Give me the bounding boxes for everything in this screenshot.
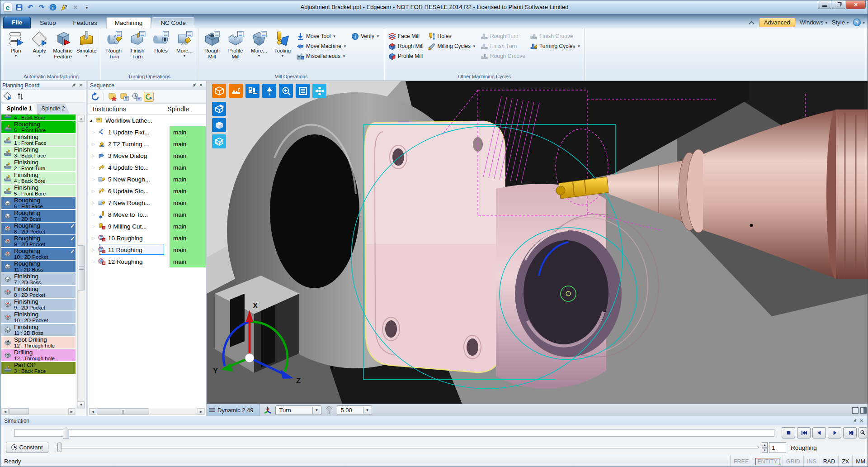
ribbon-button-move-machine[interactable]: Move Machine▼ bbox=[294, 41, 349, 51]
planning-item-roughing-10-2d-pocket[interactable]: Roughing 10 : 2D Pocket ✓ bbox=[1, 248, 75, 260]
ribbon-button-profile-mill[interactable]: Profile Mill bbox=[386, 51, 426, 61]
expand-arrow-icon[interactable]: ▷ bbox=[92, 236, 97, 240]
planning-item-roughing-6-flat-face[interactable]: Roughing 6 : Flat Face bbox=[1, 197, 75, 209]
expand-arrow-icon[interactable]: ▷ bbox=[92, 189, 97, 193]
regenerate-icon[interactable] bbox=[144, 92, 154, 102]
expand-arrow-icon[interactable]: ▷ bbox=[92, 212, 97, 217]
help-menu[interactable]: ?▾ bbox=[853, 19, 865, 26]
skip-start-button[interactable] bbox=[797, 427, 811, 438]
ribbon-button-move-tool[interactable]: Move Tool▼ bbox=[294, 31, 349, 41]
sync-icon[interactable] bbox=[90, 92, 100, 102]
zoom-extents-button[interactable] bbox=[279, 84, 293, 98]
sequence-row-1-update-fixt[interactable]: ▷ 1 Update Fixt... main bbox=[88, 126, 206, 138]
ribbon-button-apply[interactable]: Apply▼ bbox=[28, 29, 51, 58]
planning-item-roughing-9-2d-pocket[interactable]: Roughing 9 : 2D Pocket ✓ bbox=[1, 235, 75, 247]
ribbon-button-face-mill[interactable]: Face Mill bbox=[386, 31, 426, 41]
expand-arrow-icon[interactable]: ▷ bbox=[92, 130, 97, 134]
planning-item-finishing-8-2d-pocket[interactable]: Finishing 8 : 2D Pocket bbox=[1, 286, 75, 298]
planning-item-finishing-5-front-bore[interactable]: Finishing 5 : Front Bore bbox=[1, 185, 75, 196]
simulation-options-button[interactable] bbox=[859, 427, 867, 438]
viewport-single-icon[interactable] bbox=[852, 407, 859, 414]
simulation-progress-slider[interactable] bbox=[14, 429, 774, 437]
step-back-button[interactable] bbox=[812, 427, 826, 438]
feature-list-button[interactable] bbox=[296, 84, 310, 98]
tab-machining[interactable]: Machining bbox=[106, 17, 151, 29]
ribbon-button-holes[interactable]: Holes bbox=[149, 29, 173, 54]
minimize-button[interactable] bbox=[818, 0, 831, 9]
status-flag-rad[interactable]: RAD bbox=[820, 455, 838, 467]
ribbon-button-finish-turn[interactable]: Finish Turn bbox=[126, 29, 149, 59]
tab-file[interactable]: File bbox=[3, 17, 31, 29]
window-layout-button[interactable] bbox=[312, 84, 326, 98]
planning-item-finishing-3-back-face[interactable]: Finishing 3 : Back Face bbox=[1, 147, 75, 158]
ribbon-button-plan[interactable]: Plan▼ bbox=[4, 29, 28, 58]
ribbon-button-more[interactable]: More...▼ bbox=[173, 29, 196, 58]
status-flag-entity[interactable]: ENTITY bbox=[752, 455, 782, 467]
tab-spindle-1[interactable]: Spindle 1 bbox=[2, 104, 37, 114]
planning-item-roughing-4-back-bore[interactable]: Roughing 4 : Back Bore bbox=[1, 114, 75, 120]
ribbon-button-rough-turn[interactable]: Rough Turn bbox=[102, 29, 126, 59]
expand-arrow-icon[interactable]: ▷ bbox=[92, 142, 97, 146]
planning-item-roughing-5-front-bore[interactable]: Roughing 5 : Front Bore bbox=[1, 121, 75, 133]
axis-triad-icon[interactable] bbox=[263, 405, 273, 415]
planning-item-roughing-8-2d-pocket[interactable]: Roughing 8 : 2D Pocket ✓ bbox=[1, 223, 75, 234]
time-list-icon[interactable] bbox=[132, 92, 142, 102]
close-button[interactable]: ✕ bbox=[846, 0, 866, 9]
viewport-split-icon[interactable] bbox=[860, 407, 867, 414]
stock-solid-button[interactable] bbox=[212, 118, 226, 132]
restore-button[interactable] bbox=[832, 0, 845, 9]
collapse-ribbon-icon[interactable] bbox=[748, 19, 755, 26]
sequence-horizontal-scrollbar[interactable]: ◀ ▶ bbox=[89, 408, 205, 415]
reorder-icon[interactable] bbox=[16, 92, 25, 101]
planning-item-roughing-7-2d-boss[interactable]: Roughing 7 : 2D Boss bbox=[1, 210, 75, 222]
ribbon-button-machine-feature[interactable]: Machine Feature bbox=[51, 29, 75, 59]
sequence-row-7-new-rough[interactable]: ▷ 7 New Rough... main bbox=[88, 197, 206, 209]
sequence-row-2-t2-turning[interactable]: ▷ 2 T2 Turning ... main bbox=[88, 138, 206, 150]
close-icon[interactable]: ✕ bbox=[77, 82, 84, 89]
sequence-row-workflow-lathe[interactable]: ◢ NC Workflow Lathe... bbox=[88, 114, 206, 126]
ribbon-button-more[interactable]: More...▼ bbox=[247, 29, 271, 58]
status-flag-zx[interactable]: ZX bbox=[838, 455, 852, 467]
stock-translucent-button[interactable] bbox=[212, 134, 226, 148]
status-flag-ins[interactable]: INS bbox=[803, 455, 820, 467]
planning-item-finishing-2-front-turn[interactable]: Finishing 2 : Front Turn bbox=[1, 159, 75, 171]
view-mode-select[interactable]: Turn▼ bbox=[275, 405, 321, 415]
close-icon[interactable]: ✕ bbox=[198, 82, 204, 89]
step-up-button[interactable]: ▲ bbox=[762, 442, 768, 448]
apply-diamond-icon[interactable] bbox=[3, 92, 12, 101]
planning-item-drilling-12-through-hole[interactable]: Drilling 12 : Through hole bbox=[1, 349, 75, 361]
pin-icon[interactable] bbox=[191, 82, 198, 89]
skip-end-button[interactable] bbox=[843, 427, 857, 438]
pin-icon[interactable] bbox=[851, 418, 858, 424]
ribbon-button-milling-cycles[interactable]: Milling Cycles▼ bbox=[426, 41, 478, 51]
planning-horizontal-scrollbar[interactable]: ◀ ▶ bbox=[1, 408, 75, 415]
constant-speed-button[interactable]: Constant bbox=[6, 442, 48, 453]
advanced-toggle[interactable]: Advanced bbox=[759, 18, 795, 27]
scroll-list-icon[interactable] bbox=[119, 92, 129, 102]
windows-menu[interactable]: Windows▾ bbox=[800, 19, 827, 26]
machine-datum-button[interactable] bbox=[229, 84, 243, 98]
style-menu[interactable]: Style▾ bbox=[832, 19, 849, 26]
status-flag-grid[interactable]: GRID bbox=[783, 455, 803, 467]
ribbon-button-verify[interactable]: Verify▼ bbox=[349, 31, 382, 41]
sequence-row-11-roughing[interactable]: ▷ 11 Roughing main bbox=[88, 244, 206, 256]
planning-item-finishing-4-back-bore[interactable]: Finishing 4 : Back Bore bbox=[1, 172, 75, 184]
expand-arrow-icon[interactable]: ▷ bbox=[92, 200, 97, 205]
ribbon-button-holes[interactable]: Holes bbox=[426, 31, 478, 41]
ribbon-button-simulate[interactable]: Simulate▼ bbox=[75, 29, 98, 58]
step-down-button[interactable]: ▼ bbox=[762, 448, 768, 453]
expand-arrow-icon[interactable]: ▷ bbox=[92, 248, 97, 252]
scroll-star-icon[interactable] bbox=[107, 92, 117, 102]
collapse-arrow-icon[interactable]: ◢ bbox=[89, 118, 94, 123]
speed-slider-thumb[interactable] bbox=[57, 443, 61, 452]
ribbon-button-miscellaneous[interactable]: Miscellaneous▼ bbox=[294, 51, 349, 61]
tool-display-button[interactable] bbox=[262, 84, 276, 98]
sequence-row-8-move-to-to[interactable]: ▷ 8 Move to To... main bbox=[88, 209, 206, 220]
status-flag-mm[interactable]: MM bbox=[852, 455, 868, 467]
tab-nc-code[interactable]: NC Code bbox=[152, 17, 194, 29]
planning-item-spot-drilling-12-through-hole[interactable]: Spot Drilling 12 : Through hole bbox=[1, 337, 75, 348]
sequence-row-9-milling-cut[interactable]: ▷ 9 Milling Cut... main bbox=[88, 220, 206, 232]
ribbon-button-turning-cycles[interactable]: Turning Cycles▼ bbox=[528, 41, 583, 51]
close-icon[interactable]: ✕ bbox=[858, 418, 865, 424]
tab-spindle-2[interactable]: Spindle 2 bbox=[37, 104, 70, 114]
